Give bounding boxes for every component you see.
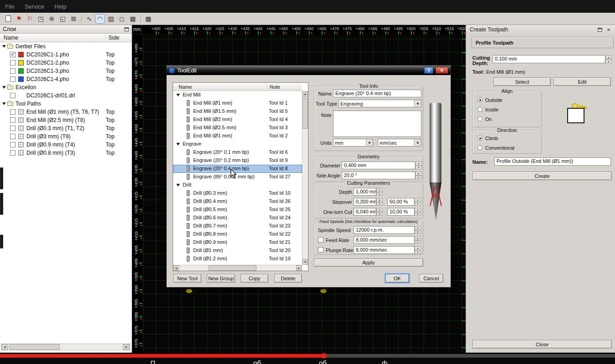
spin-down-icon[interactable] — [376, 212, 383, 216]
tool-group-row[interactable]: Engrave — [173, 140, 302, 148]
plunge-rate-checkbox[interactable] — [318, 247, 323, 253]
ok-button[interactable]: OK — [385, 274, 409, 283]
vertical-scrollbar[interactable] — [302, 91, 308, 265]
spindle-speed-input[interactable]: 12000 r.p.m. — [354, 226, 415, 234]
layer-row[interactable]: Drill (Ø0.3 mm) (T1, T2)Top — [0, 124, 132, 132]
dropdown-arrow-icon[interactable] — [414, 139, 421, 146]
layer-checkbox[interactable] — [10, 126, 15, 131]
tool-row[interactable]: Drill (Ø0.7 mm)Tool Id 23 — [173, 222, 302, 230]
layer-row[interactable]: Drill (Ø0.8 mm) (T3)Top — [0, 149, 132, 157]
scrollbar-thumb[interactable] — [209, 265, 256, 271]
horizontal-scrollbar[interactable] — [173, 265, 302, 271]
layer-checkbox[interactable] — [10, 93, 15, 98]
layer-row[interactable]: DC2026C1-1.phoTop — [0, 51, 132, 59]
spin-up-icon[interactable] — [415, 246, 421, 250]
layers-horizontal-scrollbar[interactable] — [1, 344, 130, 350]
spin-down-icon[interactable] — [376, 202, 383, 206]
dock-tab[interactable] — [0, 193, 3, 215]
curve-tool-button[interactable]: ∿ — [84, 14, 94, 24]
tool-row[interactable]: Engrave (20° 0.4 mm tip)Tool Id 8 — [173, 165, 302, 173]
feed-rate-input[interactable]: 8,000 mm/sec — [354, 236, 415, 244]
float-panel-icon[interactable] — [598, 28, 602, 32]
tool-name-input[interactable]: Engrave (20° 0.4 mm tip) — [333, 90, 421, 97]
new-tool-button[interactable]: New Tool — [174, 274, 201, 283]
spin-up-icon[interactable] — [415, 162, 422, 166]
tool-row[interactable]: Engrave (20° 0.2 mm tip)Tool Id 9 — [173, 157, 302, 165]
one-turn-percent-spinner[interactable] — [415, 208, 421, 216]
tool-group-row[interactable]: End Mill — [173, 91, 302, 99]
spin-up-icon[interactable] — [415, 198, 421, 202]
layer-checkbox[interactable] — [10, 68, 15, 74]
center-view-button[interactable]: ⊕ — [47, 14, 56, 24]
scroll-right-icon[interactable] — [123, 344, 130, 350]
one-turn-cut-spinner[interactable] — [376, 208, 383, 216]
clear-view-button[interactable]: ⊠ — [69, 14, 78, 24]
spin-down-icon[interactable] — [415, 240, 421, 244]
layer-checkbox[interactable] — [10, 134, 15, 139]
spin-down-icon[interactable] — [415, 212, 421, 216]
grid-view-button[interactable]: ▩ — [144, 14, 153, 24]
video-progress-bar[interactable] — [0, 354, 615, 358]
layer-row[interactable]: End Mill (Ø2.5 mm) (T8)Top — [0, 116, 132, 124]
select-tool-button[interactable]: ◻ — [117, 14, 127, 24]
side-angle-input[interactable]: 20,0 ° — [342, 172, 415, 179]
pcb-object[interactable] — [186, 289, 192, 293]
close-button[interactable]: Close — [472, 340, 612, 349]
stepover-input[interactable]: 0,200 mm — [354, 198, 376, 206]
stepover-spinner[interactable] — [376, 198, 383, 206]
dialog-titlebar[interactable]: ToolEdit ? ✕ — [167, 66, 451, 75]
cutting-depth-spinner[interactable] — [605, 55, 612, 63]
new-group-button[interactable]: New Group — [207, 274, 235, 283]
tool-row[interactable]: Drill (Ø0.8 mm)Tool Id 22 — [173, 230, 302, 238]
tool-row[interactable]: Engrave (89° 0.001 mm tip)Tool Id 27 — [173, 173, 302, 181]
spin-down-icon[interactable] — [376, 192, 383, 196]
tree-group-row[interactable]: Excellon — [0, 83, 132, 91]
align-option-outside[interactable]: Outside — [473, 95, 541, 105]
fill-tool-button[interactable]: ▨ — [106, 14, 116, 24]
column-header-side[interactable]: Side — [105, 35, 132, 41]
tree-group-row[interactable]: Gerber Files — [0, 42, 132, 51]
new-file-button[interactable] — [3, 14, 13, 24]
layer-row[interactable]: DC2026C1-4.phoTop — [0, 75, 132, 83]
feed-rate-spinner[interactable] — [415, 236, 421, 244]
layer-checkbox[interactable] — [10, 150, 15, 156]
layer-row[interactable]: DC2026C1-2.phoTop — [0, 59, 132, 67]
flag-button[interactable]: ⚑ — [14, 14, 24, 24]
layer-checkbox[interactable] — [10, 142, 15, 147]
help-button[interactable]: ? — [424, 67, 433, 74]
spin-up-icon[interactable] — [415, 236, 421, 240]
tool-row[interactable]: End Mill (Ø2 mm)Tool Id 4 — [173, 116, 302, 124]
edit-tool-button[interactable]: Edit — [554, 77, 611, 86]
layer-row[interactable]: DC2026C1-drl01.drl — [0, 91, 132, 100]
depth-input[interactable]: 1,000 mm — [354, 188, 376, 196]
menu-item-service[interactable]: Service — [20, 0, 49, 13]
scroll-left-icon[interactable] — [1, 344, 8, 350]
scrollbar-thumb[interactable] — [302, 98, 308, 129]
diameter-input[interactable]: 0,400 mm — [342, 162, 415, 169]
side-angle-spinner[interactable] — [415, 172, 422, 179]
layer-checkbox[interactable] — [10, 117, 15, 123]
tool-row[interactable]: Drill (Ø0.3 mm)Tool Id 10 — [173, 189, 302, 197]
dropdown-arrow-icon[interactable] — [366, 139, 373, 146]
flag-outline-button[interactable]: ⚐ — [25, 14, 35, 24]
cutting-depth-input[interactable]: 0,100 mm — [492, 55, 605, 63]
layer-checkbox[interactable] — [10, 76, 15, 82]
cancel-button[interactable]: Cancel — [419, 274, 443, 283]
plunge-rate-spinner[interactable] — [415, 246, 421, 254]
align-option-on[interactable]: On — [473, 114, 541, 124]
spin-up-icon[interactable] — [376, 188, 383, 192]
units-select[interactable]: mm — [333, 139, 373, 147]
close-button[interactable]: ✕ — [436, 67, 448, 74]
scroll-right-icon[interactable] — [296, 265, 302, 271]
layer-checkbox[interactable] — [10, 52, 15, 57]
spin-up-icon[interactable] — [415, 172, 422, 176]
tool-row[interactable]: Drill (Ø0.9 mm)Tool Id 21 — [173, 238, 302, 247]
direction-option-conventional[interactable]: Conventional — [473, 143, 541, 152]
copy-button[interactable]: Copy — [241, 274, 268, 283]
stepover-percent-input[interactable]: 50,00 % — [387, 198, 415, 206]
spindle-speed-spinner[interactable] — [415, 226, 421, 234]
spin-down-icon[interactable] — [415, 230, 421, 234]
menu-item-help[interactable]: Help — [49, 0, 72, 13]
tool-row[interactable]: End Mill (Ø1 mm)Tool Id 1 — [173, 99, 302, 107]
apply-button[interactable]: Apply — [314, 258, 423, 267]
